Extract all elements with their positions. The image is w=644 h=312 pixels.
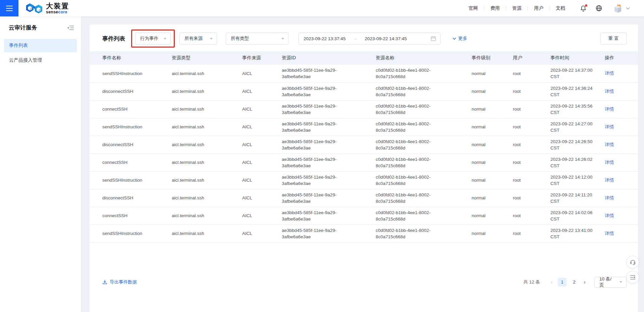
cell-resource-type: aicl.terminal.ssh [172, 178, 242, 183]
cell-event-level: normal [472, 71, 513, 76]
cell-event-source: AICL [242, 231, 282, 236]
cell-event-name: connectSSH [102, 213, 172, 218]
reset-button[interactable]: 重 置 [600, 33, 627, 45]
cell-event-name: sendSSHInstruction [102, 178, 172, 183]
event-category-value: 行为事件 [140, 36, 158, 42]
detail-link[interactable]: 详情 [605, 231, 614, 236]
cell-resource-type: aicl.terminal.ssh [172, 89, 242, 94]
cell-event-source: AICL [242, 142, 282, 147]
export-events-button[interactable]: 导出事件数据 [102, 279, 137, 285]
pagination: 共 12 条 ‹ 1 2 › 10 条/页 [523, 277, 627, 288]
detail-link[interactable]: 详情 [605, 213, 614, 218]
nav-item-users[interactable]: 用户 [528, 5, 549, 11]
nav-item-billing[interactable]: 费用 [484, 5, 506, 11]
detail-link[interactable]: 详情 [605, 178, 614, 183]
event-table-body: sendSSHInstruction aicl.terminal.ssh AIC… [90, 65, 638, 242]
feedback-panel-button[interactable] [626, 271, 639, 284]
table-row: disconnectSSH aicl.terminal.ssh AICL ae3… [90, 136, 638, 153]
col-resource-id: 资源ID [282, 51, 376, 65]
cell-user: root [513, 231, 550, 236]
col-event-time: 事件时间 [550, 51, 605, 65]
sidebar-item-label: 云产品接入管理 [9, 57, 42, 63]
cell-resource-type: aicl.terminal.ssh [172, 71, 242, 76]
col-event-name: 事件名称 [90, 51, 172, 65]
detail-link[interactable]: 详情 [605, 89, 614, 94]
more-filters-toggle[interactable]: 更多 [452, 36, 467, 42]
page-size-select[interactable]: 10 条/页 [594, 277, 627, 288]
caret-down-icon [210, 38, 213, 40]
cell-event-time: 2023-09-22 14:35:56 CST [550, 103, 600, 116]
cell-event-source: AICL [242, 71, 282, 76]
date-range-arrow-icon: → [353, 36, 357, 41]
brand-logo[interactable]: 大装置 sensecore [25, 2, 69, 14]
sidebar-title: 云审计服务 [9, 24, 37, 32]
cell-user: root [513, 178, 550, 183]
detail-link[interactable]: 详情 [605, 142, 614, 147]
prev-page-button[interactable]: ‹ [547, 278, 556, 287]
table-row: connectSSH aicl.terminal.ssh AICL ae3bbd… [90, 207, 638, 225]
support-headset-button[interactable] [626, 256, 639, 268]
cell-event-name: connectSSH [102, 107, 172, 112]
cell-event-level: normal [472, 213, 513, 218]
date-start-value[interactable]: 2023-09-22 13:37:45 [304, 36, 345, 41]
page-number-2[interactable]: 2 [570, 278, 579, 287]
col-resource-name: 资源名称 [376, 51, 472, 65]
detail-link[interactable]: 详情 [605, 107, 614, 112]
event-type-select[interactable]: 所有类型 [226, 33, 288, 45]
cell-event-time: 2023-09-22 14:26:50 CST [550, 138, 600, 151]
next-page-button[interactable]: › [580, 278, 589, 287]
cell-resource-id: ae3bbd45-585f-11ee-9a29-3afbe6a6e3ae [282, 85, 349, 98]
event-source-select[interactable]: 所有来源 [179, 33, 217, 45]
sidebar-item-event-list[interactable]: 事件列表 [4, 39, 77, 52]
sidebar: 云审计服务 事件列表 云产品接入管理 [0, 16, 81, 312]
cell-user: root [513, 89, 550, 94]
table-row: sendSSHInstruction aicl.terminal.ssh AIC… [90, 65, 638, 82]
notification-bell-button[interactable] [580, 5, 587, 12]
sidebar-collapse-icon[interactable] [67, 25, 74, 30]
cell-event-source: AICL [242, 213, 282, 218]
nav-item-official-site[interactable]: 官网 [463, 5, 484, 11]
more-label: 更多 [458, 36, 467, 42]
event-category-select[interactable]: 行为事件 [135, 33, 171, 45]
table-row: connectSSH aicl.terminal.ssh AICL ae3bbd… [90, 153, 638, 171]
cell-event-level: normal [472, 142, 513, 147]
table-row: sendSSHInstruction aicl.terminal.ssh AIC… [90, 118, 638, 136]
brand-name-en: sensecore [46, 10, 69, 14]
cell-user: root [513, 142, 550, 147]
calendar-icon[interactable] [431, 36, 436, 41]
card-footer: 导出事件数据 共 12 条 ‹ 1 2 › 10 条/页 [90, 277, 638, 288]
cell-event-name: disconnectSSH [102, 142, 172, 147]
cell-resource-name: c0d0fd02-b1bb-4ee1-8002-8c0a715c668d [376, 138, 448, 151]
cell-resource-name: c0d0fd02-b1bb-4ee1-8002-8c0a715c668d [376, 85, 448, 98]
table-header-row: 事件名称 资源类型 事件来源 资源ID 资源名称 事件级别 用户 事件时间 操作 [90, 51, 638, 65]
caret-down-icon [164, 38, 166, 40]
cell-resource-name: c0d0fd02-b1bb-4ee1-8002-8c0a715c668d [376, 209, 448, 222]
event-list-card: 事件列表 行为事件 所有来源 所有类型 2023-09-22 13: [90, 24, 638, 312]
event-type-value: 所有类型 [231, 36, 249, 42]
detail-link[interactable]: 详情 [605, 71, 614, 76]
filter-bar: 事件列表 行为事件 所有来源 所有类型 2023-09-22 13: [90, 24, 638, 51]
headset-icon [630, 259, 636, 265]
page-number-1[interactable]: 1 [558, 278, 567, 287]
detail-link[interactable]: 详情 [605, 195, 614, 200]
cell-user: root [513, 195, 550, 200]
cell-event-level: normal [472, 195, 513, 200]
detail-link[interactable]: 详情 [605, 160, 614, 165]
table-row: disconnectSSH aicl.terminal.ssh AICL ae3… [90, 82, 638, 100]
cell-event-name: sendSSHInstruction [102, 231, 172, 236]
nav-item-docs[interactable]: 文档 [550, 5, 571, 11]
nav-item-resources[interactable]: 资源 [506, 5, 528, 11]
detail-link[interactable]: 详情 [605, 124, 614, 129]
date-end-value[interactable]: 2023-09-22 14:37:45 [365, 36, 407, 41]
hamburger-menu-button[interactable] [0, 0, 18, 16]
cell-resource-id: ae3bbd45-585f-11ee-9a29-3afbe6a6e3ae [282, 227, 349, 240]
user-avatar-menu[interactable] [612, 3, 630, 14]
language-globe-button[interactable] [595, 5, 602, 12]
col-actions: 操作 [605, 51, 638, 65]
cell-resource-id: ae3bbd45-585f-11ee-9a29-3afbe6a6e3ae [282, 156, 349, 169]
cell-event-name: disconnectSSH [102, 195, 172, 200]
sidebar-item-cloud-product-access[interactable]: 云产品接入管理 [4, 54, 77, 67]
cell-event-name: sendSSHInstruction [102, 124, 172, 129]
avatar [612, 3, 623, 14]
date-range-picker[interactable]: 2023-09-22 13:37:45 → 2023-09-22 14:37:4… [299, 33, 440, 45]
